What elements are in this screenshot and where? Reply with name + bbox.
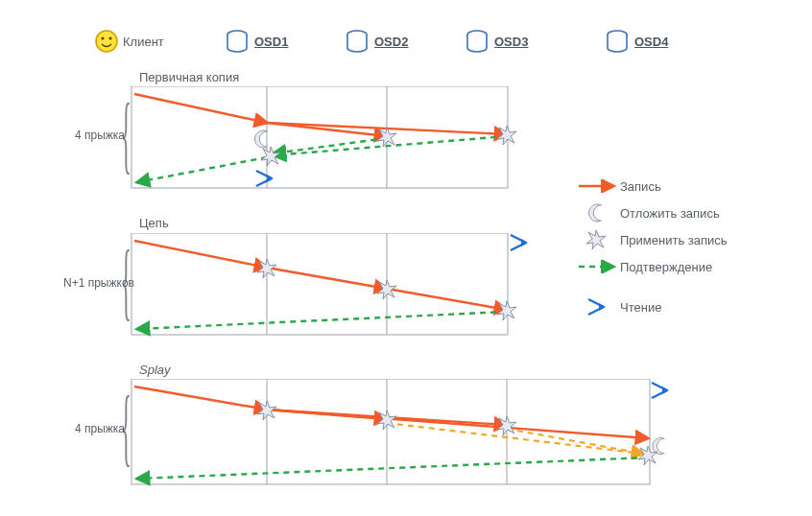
legend-delay: Отложить запись (576, 199, 728, 226)
burst-icon (261, 147, 280, 166)
cylinder-icon (226, 29, 249, 54)
frame (131, 233, 508, 335)
chain-title: Цепь (139, 216, 169, 230)
cylinder-icon (606, 29, 629, 54)
legend-apply-label: Применить запись (620, 233, 728, 247)
legend-read: Чтение (576, 293, 728, 320)
osd2-header: OSD2 (346, 29, 408, 54)
moon-icon (254, 130, 267, 148)
write-arrow (387, 289, 507, 310)
smiley-icon (94, 29, 119, 54)
legend-ack-label: Подтверждение (620, 260, 712, 274)
osd1-header: OSD1 (226, 29, 288, 54)
cylinder-icon (346, 29, 369, 54)
burst-icon (497, 301, 516, 320)
write-arrow (134, 241, 267, 268)
legend-read-label: Чтение (620, 300, 661, 315)
primary-side-label: 4 прыжка (75, 129, 125, 142)
header-row: Клиент OSD1 OSD2 OSD3 OSD4 (0, 29, 812, 58)
legend-ack: Подтверждение (576, 253, 728, 280)
legend-write-label: Запись (620, 179, 661, 194)
osd4-label: OSD4 (634, 35, 668, 49)
write-arrow (134, 94, 267, 123)
legend-delay-label: Отложить запись (620, 206, 720, 221)
read-icon (652, 383, 669, 398)
write-arrow (134, 387, 267, 410)
frame (131, 86, 508, 188)
green-dash-arrow-icon (576, 260, 620, 273)
ack-arrow (137, 457, 648, 479)
ack-arrow (137, 312, 507, 329)
ack-arrow (274, 138, 387, 153)
legend-apply: Применить запись (576, 226, 728, 253)
splay-side-label: 4 прыжка (75, 422, 125, 435)
client-header: Клиент (94, 29, 164, 54)
moon-icon (576, 202, 620, 223)
splay-diagram (130, 379, 686, 489)
blue-read-icon (576, 296, 620, 317)
cylinder-icon (466, 29, 489, 54)
read-icon (256, 171, 274, 186)
splay-title: Splay (139, 363, 171, 377)
burst-icon (497, 126, 516, 145)
chain-side-label: N+1 прыжков (63, 276, 134, 290)
osd1-label: OSD1 (254, 35, 288, 49)
moon-icon (653, 438, 664, 455)
burst-icon (576, 229, 620, 250)
osd2-label: OSD2 (374, 35, 408, 49)
red-arrow-icon (576, 179, 620, 193)
client-label: Клиент (123, 35, 164, 49)
legend-write: Запись (576, 173, 728, 199)
primary-title: Первичная копия (139, 70, 239, 84)
osd3-header: OSD3 (466, 29, 528, 54)
write-arrow (267, 268, 387, 289)
osd3-label: OSD3 (494, 35, 528, 49)
read-icon (511, 235, 528, 250)
ack-arrow (137, 157, 267, 182)
legend: Запись Отложить запись Применить запись … (576, 173, 728, 320)
write-arrow (267, 410, 648, 438)
osd4-header: OSD4 (606, 29, 668, 54)
